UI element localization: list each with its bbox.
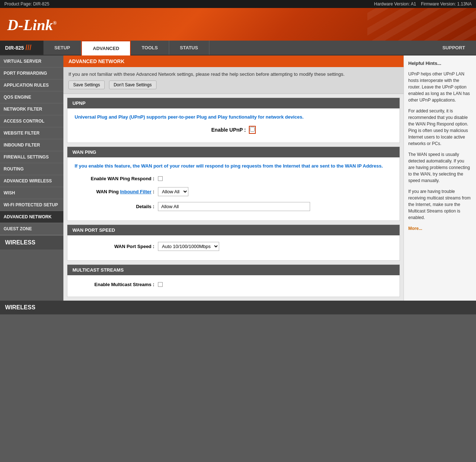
wan-ping-inbound-row: WAN Ping Inbound Filter : Allow All Deny…: [75, 186, 392, 198]
sidebar-item-advanced-wireless[interactable]: ADVANCED WIRELESS: [0, 175, 63, 187]
wan-ping-header: WAN PING: [67, 147, 400, 157]
help-panel: Helpful Hints... UPnP helps other UPnP L…: [404, 55, 476, 301]
header: D-Link®: [0, 8, 476, 41]
nav-tabs: DIR-825 /// SETUP ADVANCED TOOLS STATUS …: [0, 41, 476, 55]
page-title: ADVANCED NETWORK: [63, 55, 404, 67]
upnp-enable-row: Enable UPnP :: [75, 126, 392, 134]
multicast-streams-header: MULTICAST STREAMS: [67, 265, 400, 275]
sidebar-item-inbound-filter[interactable]: INBOUND FILTER: [0, 139, 63, 151]
sidebar-item-application-rules[interactable]: APPLICATION RULES: [0, 79, 63, 91]
wan-ping-details-input[interactable]: [158, 202, 310, 211]
wan-port-speed-header: WAN PORT SPEED: [67, 225, 400, 235]
tab-status[interactable]: STATUS: [169, 41, 209, 55]
multicast-enable-row: Enable Multicast Streams :: [75, 280, 392, 289]
info-buttons: Save Settings Don't Save Settings: [68, 81, 398, 89]
wan-ping-enable-row: Enable WAN Ping Respond :: [75, 174, 392, 183]
tab-advanced[interactable]: ADVANCED: [81, 41, 131, 55]
help-para-4: If you are having trouble receiving mult…: [408, 188, 472, 221]
sidebar-item-access-control[interactable]: ACCESS CONTROL: [0, 115, 63, 127]
wan-ping-section: WAN PING If you enable this feature, the…: [67, 147, 400, 221]
help-title: Helpful Hints...: [408, 60, 472, 67]
sidebar: VIRTUAL SERVER PORT FORWARDING APPLICATI…: [0, 55, 63, 301]
sidebar-item-port-forwarding[interactable]: PORT FORWARDING: [0, 67, 63, 79]
wan-ping-body: If you enable this feature, the WAN port…: [67, 157, 400, 221]
sidebar-item-network-filter[interactable]: NETWORK FILTER: [0, 103, 63, 115]
multicast-streams-section: MULTICAST STREAMS Enable Multicast Strea…: [67, 264, 400, 297]
info-box: If you are not familiar with these Advan…: [63, 67, 404, 94]
multicast-streams-body: Enable Multicast Streams :: [67, 275, 400, 297]
wan-port-speed-row: WAN Port Speed : Auto 10/100/1000Mbps 10…: [75, 240, 392, 252]
inbound-filter-link[interactable]: Inbound Filter: [120, 189, 151, 194]
content-area: ADVANCED NETWORK If you are not familiar…: [63, 55, 404, 301]
sidebar-item-firewall-settings[interactable]: FIREWALL SETTINGS: [0, 151, 63, 163]
multicast-enable-checkbox[interactable]: [158, 282, 163, 287]
upnp-body: Universal Plug and Play (UPnP) supports …: [67, 108, 400, 143]
tab-tools[interactable]: TOOLS: [131, 41, 169, 55]
upnp-enable-label: Enable UPnP :: [211, 127, 246, 133]
wan-ping-inbound-label: WAN Ping Inbound Filter :: [75, 189, 154, 194]
sidebar-item-wifi-protected-setup[interactable]: WI-FI PROTECTED SETUP: [0, 199, 63, 211]
sidebar-item-routing[interactable]: ROUTING: [0, 163, 63, 175]
wan-ping-enable-label: Enable WAN Ping Respond :: [75, 176, 154, 181]
inbound-filter-dropdown[interactable]: Allow All Deny All: [158, 187, 188, 196]
tab-support[interactable]: SUPPORT: [431, 41, 476, 55]
upnp-header: UPNP: [67, 98, 400, 108]
sidebar-item-virtual-server[interactable]: VIRTUAL SERVER: [0, 55, 63, 67]
sidebar-item-guest-zone[interactable]: GUEST ZONE: [0, 223, 63, 235]
tab-setup[interactable]: SETUP: [43, 41, 81, 55]
help-para-1: UPnP helps other UPnP LAN hosts interope…: [408, 71, 472, 103]
dlink-logo: D-Link®: [7, 16, 57, 34]
wan-ping-details-row: Details :: [75, 201, 392, 213]
wan-ping-description: If you enable this feature, the WAN port…: [75, 162, 392, 170]
top-bar: Product Page: DIR-825 Hardware Version: …: [0, 0, 476, 8]
help-more-link[interactable]: More...: [408, 225, 472, 232]
model-slashes: ///: [25, 44, 32, 52]
wan-ping-details-label: Details :: [75, 204, 154, 209]
wan-port-speed-dropdown[interactable]: Auto 10/100/1000Mbps 10Mbps Half-Duplex …: [158, 242, 219, 251]
wan-port-speed-section: WAN PORT SPEED WAN Port Speed : Auto 10/…: [67, 224, 400, 261]
help-para-2: For added security, it is recommended th…: [408, 108, 472, 147]
upnp-enable-checkbox[interactable]: [250, 127, 255, 132]
sidebar-item-wish[interactable]: WISH: [0, 187, 63, 199]
sidebar-footer: WIRELESS: [0, 235, 63, 249]
save-settings-button[interactable]: Save Settings: [68, 81, 105, 89]
info-text: If you are not familiar with these Advan…: [68, 71, 398, 77]
bottom-bar: WIRELESS: [0, 301, 476, 314]
wan-port-speed-label: WAN Port Speed :: [75, 244, 154, 249]
wan-port-speed-body: WAN Port Speed : Auto 10/100/1000Mbps 10…: [67, 235, 400, 260]
dont-save-settings-button[interactable]: Don't Save Settings: [109, 81, 156, 89]
sidebar-item-advanced-network[interactable]: ADVANCED NETWORK: [0, 211, 63, 223]
upnp-description: Universal Plug and Play (UPnP) supports …: [75, 114, 392, 121]
help-para-3: The WAN speed is usually detected automa…: [408, 151, 472, 184]
hw-fw-label: Hardware Version: A1 Firmware Version: 1…: [374, 1, 472, 7]
sidebar-item-qos-engine[interactable]: QOS ENGINE: [0, 91, 63, 103]
sidebar-item-website-filter[interactable]: WEBSITE FILTER: [0, 127, 63, 139]
product-label: Product Page: DIR-825: [4, 1, 49, 7]
wan-ping-enable-checkbox[interactable]: [158, 176, 163, 181]
main-layout: VIRTUAL SERVER PORT FORWARDING APPLICATI…: [0, 55, 476, 301]
upnp-section: UPNP Universal Plug and Play (UPnP) supp…: [67, 98, 400, 143]
multicast-enable-label: Enable Multicast Streams :: [75, 282, 154, 287]
model-label: DIR-825 ///: [0, 41, 43, 55]
